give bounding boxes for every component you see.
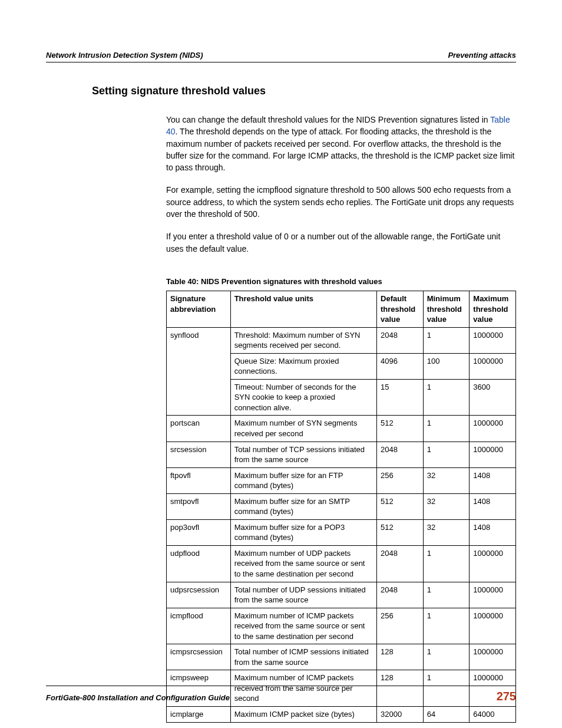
cell-min: 1 (423, 644, 470, 670)
th-units: Threshold value units (230, 291, 376, 327)
cell-min: 1 (423, 545, 470, 582)
cell-units: Total number of UDP sessions initiated f… (230, 582, 376, 608)
header-right: Preventing attacks (448, 51, 516, 60)
cell-units: Maximum buffer size for an SMTP command … (230, 493, 376, 519)
cell-signature: icmpsrcsession (167, 644, 231, 670)
cell-max: 1000000 (470, 582, 516, 608)
page-container: Network Intrusion Detection System (NIDS… (0, 0, 562, 728)
cell-units: Maximum number of SYN segments received … (230, 416, 376, 442)
signatures-table: Signature abbreviation Threshold value u… (166, 291, 516, 723)
cell-max: 1000000 (470, 353, 516, 379)
table-row: icmpsrcsessionTotal number of ICMP sessi… (167, 644, 516, 670)
cell-units: Queue Size: Maximum proxied connections. (230, 353, 376, 379)
cell-def: 15 (377, 379, 424, 416)
table-row: srcsessionTotal number of TCP sessions i… (167, 442, 516, 467)
cell-max: 1000000 (470, 644, 516, 670)
table-row: icmplargeMaximum ICMP packet size (bytes… (167, 707, 516, 723)
paragraph-1: You can change the default threshold val… (166, 114, 516, 173)
table-row: icmpfloodMaximum number of ICMP packets … (167, 608, 516, 644)
footer-left: FortiGate-800 Installation and Configura… (46, 693, 230, 702)
cell-units: Maximum ICMP packet size (bytes) (230, 707, 376, 723)
cell-units: Maximum number of ICMP packets received … (230, 608, 376, 644)
para1-pre: You can change the default threshold val… (166, 115, 490, 124)
cell-min: 1 (423, 608, 470, 644)
cell-signature: srcsession (167, 442, 231, 467)
cell-def: 512 (377, 416, 424, 442)
table-row: udpfloodMaximum number of UDP packets re… (167, 545, 516, 582)
cell-def: 256 (377, 608, 424, 644)
cell-min: 32 (423, 493, 470, 519)
cell-signature: udpflood (167, 545, 231, 582)
cell-min: 1 (423, 442, 470, 467)
cell-min: 64 (423, 707, 470, 723)
cell-units: Threshold: Maximum number of SYN segment… (230, 327, 376, 353)
table-row: ftpovflMaximum buffer size for an FTP co… (167, 467, 516, 493)
cell-signature: pop3ovfl (167, 519, 231, 545)
cell-min: 32 (423, 519, 470, 545)
cell-def: 2048 (377, 545, 424, 582)
cell-min: 1 (423, 582, 470, 608)
cell-max: 3600 (470, 379, 516, 416)
cell-signature: udpsrcsession (167, 582, 231, 608)
cell-def: 512 (377, 519, 424, 545)
cell-max: 1000000 (470, 416, 516, 442)
table-header-row: Signature abbreviation Threshold value u… (167, 291, 516, 327)
cell-def: 32000 (377, 707, 424, 723)
th-default: Default threshold value (377, 291, 424, 327)
cell-max: 1000000 (470, 327, 516, 353)
cell-units: Maximum buffer size for a POP3 command (… (230, 519, 376, 545)
cell-def: 512 (377, 493, 424, 519)
table-row: smtpovflMaximum buffer size for an SMTP … (167, 493, 516, 519)
cell-min: 1 (423, 379, 470, 416)
page-number: 275 (497, 690, 516, 703)
cell-max: 1408 (470, 519, 516, 545)
cell-units: Timeout: Number of seconds for the SYN c… (230, 379, 376, 416)
cell-signature: ftpovfl (167, 467, 231, 493)
table-row: udpsrcsessionTotal number of UDP session… (167, 582, 516, 608)
th-minimum: Minimum threshold value (423, 291, 470, 327)
cell-signature: icmpflood (167, 608, 231, 644)
cell-def: 2048 (377, 327, 424, 353)
section-title: Setting signature threshold values (92, 85, 516, 97)
th-maximum: Maximum threshold value (470, 291, 516, 327)
table-row: synfloodThreshold: Maximum number of SYN… (167, 327, 516, 353)
cell-def: 2048 (377, 582, 424, 608)
table-caption: Table 40: NIDS Prevention signatures wit… (166, 277, 516, 286)
cell-signature: smtpovfl (167, 493, 231, 519)
cell-max: 1000000 (470, 545, 516, 582)
th-signature: Signature abbreviation (167, 291, 231, 327)
cell-units: Maximum number of UDP packets received f… (230, 545, 376, 582)
table-body: synfloodThreshold: Maximum number of SYN… (167, 327, 516, 722)
page-footer: FortiGate-800 Installation and Configura… (46, 686, 516, 703)
cell-units: Total number of ICMP sessions initiated … (230, 644, 376, 670)
paragraph-3: If you enter a threshold value of 0 or a… (166, 230, 516, 255)
cell-def: 128 (377, 644, 424, 670)
cell-def: 256 (377, 467, 424, 493)
table-row: pop3ovflMaximum buffer size for a POP3 c… (167, 519, 516, 545)
cell-def: 4096 (377, 353, 424, 379)
cell-signature: portscan (167, 416, 231, 442)
cell-signature: synflood (167, 327, 231, 416)
header-left: Network Intrusion Detection System (NIDS… (46, 51, 203, 60)
cell-min: 100 (423, 353, 470, 379)
cell-max: 1408 (470, 493, 516, 519)
cell-def: 2048 (377, 442, 424, 467)
cell-min: 1 (423, 327, 470, 353)
cell-max: 1000000 (470, 608, 516, 644)
cell-units: Maximum buffer size for an FTP command (… (230, 467, 376, 493)
table-row: portscanMaximum number of SYN segments r… (167, 416, 516, 442)
cell-max: 1408 (470, 467, 516, 493)
page-header: Network Intrusion Detection System (NIDS… (46, 51, 516, 62)
cell-min: 32 (423, 467, 470, 493)
cell-min: 1 (423, 416, 470, 442)
cell-max: 1000000 (470, 442, 516, 467)
para1-post: . The threshold depends on the type of a… (166, 127, 514, 172)
cell-signature: icmplarge (167, 707, 231, 723)
paragraph-2: For example, setting the icmpflood signa… (166, 184, 516, 220)
cell-units: Total number of TCP sessions initiated f… (230, 442, 376, 467)
cell-max: 64000 (470, 707, 516, 723)
